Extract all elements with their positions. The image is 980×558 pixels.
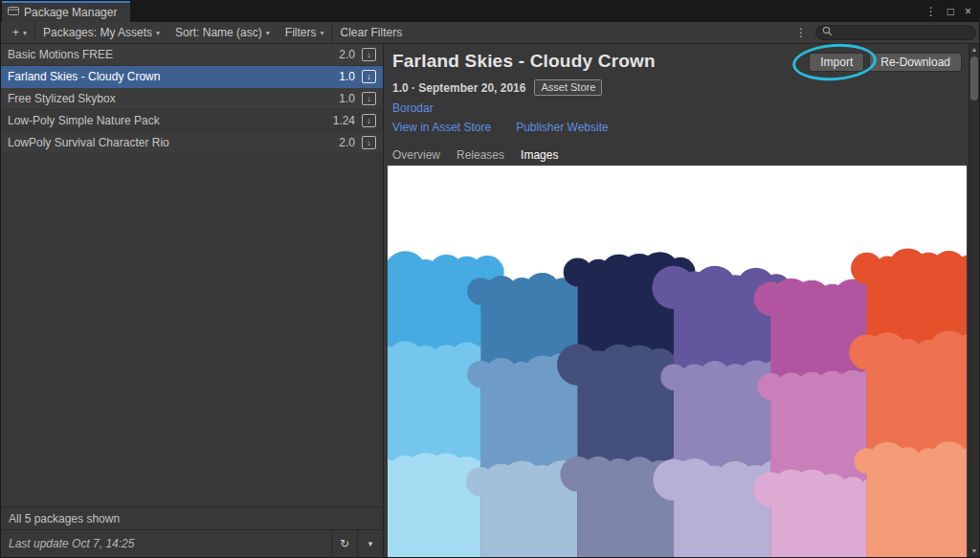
tab-overview[interactable]: Overview bbox=[392, 148, 440, 167]
view-in-asset-store-link[interactable]: View in Asset Store bbox=[392, 121, 491, 134]
last-update-bar: Last update Oct 7, 14:25 ↻ ▾ bbox=[1, 529, 383, 557]
list-item[interactable]: Low-Poly Simple Nature Pack1.24↓ bbox=[1, 110, 383, 132]
list-item[interactable]: Basic Motions FREE2.0↓ bbox=[1, 44, 383, 66]
refresh-icon: ↻ bbox=[340, 537, 349, 550]
scroll-down-icon[interactable]: ▼ bbox=[969, 546, 979, 557]
packages-filter-dropdown[interactable]: Packages: My Assets ▾ bbox=[35, 22, 167, 43]
tab-releases[interactable]: Releases bbox=[457, 148, 504, 167]
download-icon[interactable]: ↓ bbox=[362, 114, 376, 127]
package-version: 2.0 bbox=[339, 48, 355, 61]
plus-icon: + bbox=[12, 26, 19, 39]
import-button-wrap: Import bbox=[809, 53, 864, 72]
package-version: 1.0 bbox=[339, 70, 355, 83]
package-count-status: All 5 packages shown bbox=[1, 506, 383, 529]
package-name: Farland Skies - Cloudy Crown bbox=[8, 70, 339, 83]
package-list-panel: Basic Motions FREE2.0↓Farland Skies - Cl… bbox=[1, 44, 384, 557]
toolbar: + ▾ Packages: My Assets ▾ Sort: Name (as… bbox=[1, 22, 979, 44]
cloudy-crown-preview bbox=[388, 166, 967, 557]
chevron-down-icon: ▾ bbox=[23, 29, 27, 37]
package-version: 1.24 bbox=[333, 114, 355, 127]
refresh-button[interactable]: ↻ bbox=[331, 530, 357, 557]
preview-image bbox=[388, 166, 967, 557]
download-icon[interactable]: ↓ bbox=[362, 136, 376, 149]
chevron-down-icon: ▾ bbox=[320, 29, 323, 37]
window-title: Package Manager bbox=[24, 6, 117, 19]
asset-store-badge: Asset Store bbox=[534, 79, 602, 96]
version-row: 1.0 · September 20, 2016 Asset Store bbox=[392, 79, 961, 96]
more-options-icon[interactable]: ⋮ bbox=[793, 26, 809, 39]
filters-dropdown[interactable]: Filters ▾ bbox=[278, 22, 332, 43]
scroll-up-icon[interactable]: ▲ bbox=[969, 44, 979, 56]
sort-dropdown[interactable]: Sort: Name (asc) ▾ bbox=[167, 22, 278, 43]
close-icon[interactable]: × bbox=[965, 5, 971, 18]
download-icon[interactable]: ↓ bbox=[362, 70, 376, 83]
list-item[interactable]: LowPoly Survival Character Rio2.0↓ bbox=[1, 132, 383, 154]
search-input[interactable] bbox=[836, 27, 972, 38]
refresh-options-button[interactable]: ▾ bbox=[357, 530, 383, 557]
maximize-icon[interactable]: □ bbox=[947, 5, 954, 18]
chevron-down-icon: ▾ bbox=[266, 29, 270, 37]
clear-filters-label: Clear Filters bbox=[340, 26, 402, 39]
package-name: Basic Motions FREE bbox=[8, 48, 339, 61]
version-date: 1.0 · September 20, 2016 bbox=[392, 81, 525, 95]
add-package-button[interactable]: + ▾ bbox=[5, 22, 34, 43]
package-version: 2.0 bbox=[339, 136, 355, 149]
chevron-down-icon: ▾ bbox=[368, 539, 373, 548]
list-item[interactable]: Farland Skies - Cloudy Crown1.0↓ bbox=[1, 66, 383, 88]
package-version: 1.0 bbox=[339, 92, 355, 105]
search-icon bbox=[822, 26, 833, 39]
vertical-scrollbar[interactable]: ▲ ▼ bbox=[969, 44, 979, 557]
packages-filter-label: Packages: My Assets bbox=[43, 26, 152, 39]
package-manager-tab[interactable]: Package Manager bbox=[2, 1, 130, 22]
package-list: Basic Motions FREE2.0↓Farland Skies - Cl… bbox=[1, 44, 383, 506]
redownload-button[interactable]: Re-Download bbox=[869, 53, 962, 72]
list-item[interactable]: Free Stylized Skybox1.0↓ bbox=[1, 88, 383, 110]
sort-label: Sort: Name (asc) bbox=[175, 26, 262, 39]
header-buttons: Import Re-Download bbox=[809, 53, 962, 72]
detail-panel: Farland Skies - Cloudy Crown Import Re-D… bbox=[385, 44, 969, 557]
package-name: Low-Poly Simple Nature Pack bbox=[8, 114, 333, 127]
filters-label: Filters bbox=[285, 26, 317, 39]
import-button[interactable]: Import bbox=[809, 53, 864, 72]
publisher-website-link[interactable]: Publisher Website bbox=[516, 121, 609, 134]
window-controls: ⋮ □ × bbox=[925, 1, 979, 22]
detail-header: Farland Skies - Cloudy Crown Import Re-D… bbox=[385, 44, 969, 167]
publisher-row: Borodar bbox=[392, 101, 961, 115]
publisher-link[interactable]: Borodar bbox=[392, 101, 434, 115]
toolbar-right: ⋮ bbox=[793, 25, 979, 40]
download-icon[interactable]: ↓ bbox=[362, 92, 376, 105]
package-name: Free Stylized Skybox bbox=[8, 92, 339, 105]
scrollbar-thumb[interactable] bbox=[970, 56, 978, 100]
detail-tabs: OverviewReleasesImages bbox=[392, 148, 961, 167]
last-update-label: Last update Oct 7, 14:25 bbox=[9, 537, 134, 550]
clear-filters-button[interactable]: Clear Filters bbox=[332, 22, 410, 43]
chevron-down-icon: ▾ bbox=[156, 29, 160, 37]
title-bar: Package Manager ⋮ □ × bbox=[1, 1, 979, 22]
download-icon[interactable]: ↓ bbox=[362, 48, 376, 61]
window-tab-icon bbox=[8, 6, 19, 19]
window-menu-icon[interactable]: ⋮ bbox=[925, 5, 937, 18]
tab-images[interactable]: Images bbox=[521, 148, 558, 167]
package-name: LowPoly Survival Character Rio bbox=[8, 136, 339, 149]
refresh-controls: ↻ ▾ bbox=[331, 530, 383, 557]
search-box[interactable] bbox=[815, 25, 976, 40]
package-manager-window: Package Manager ⋮ □ × + ▾ Packages: My A… bbox=[0, 0, 980, 558]
links-row: View in Asset Store Publisher Website bbox=[392, 121, 961, 134]
